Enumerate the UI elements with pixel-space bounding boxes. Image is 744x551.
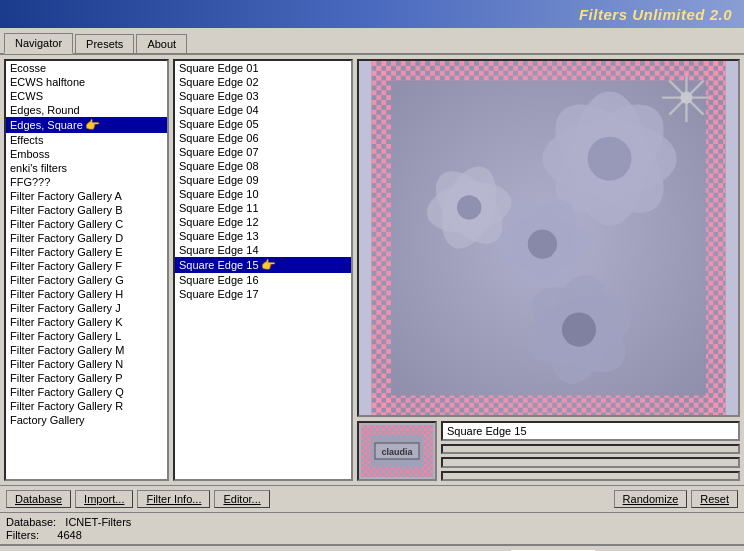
filter-item[interactable]: Square Edge 04	[175, 103, 351, 117]
status-bar: Database: ICNET-Filters Filters: 4648	[0, 512, 744, 544]
filters-status: Filters: 4648	[6, 529, 131, 541]
filter-item[interactable]: Square Edge 14	[175, 243, 351, 257]
tab-about[interactable]: About	[136, 34, 187, 53]
category-item[interactable]: enki's filters	[6, 161, 167, 175]
bottom-info-panel: claudia Square Edge 15	[357, 421, 740, 481]
category-item[interactable]: Edges, Round	[6, 103, 167, 117]
title-bar: Filters Unlimited 2.0	[0, 0, 744, 28]
category-item[interactable]: Filter Factory Gallery M	[6, 343, 167, 357]
svg-rect-26	[372, 61, 726, 81]
category-item[interactable]: Emboss	[6, 147, 167, 161]
category-item[interactable]: Filter Factory Gallery L	[6, 329, 167, 343]
svg-point-10	[528, 229, 557, 258]
database-status: Database: ICNET-Filters	[6, 516, 131, 528]
svg-rect-33	[361, 425, 433, 435]
category-item[interactable]: Filter Factory Gallery P	[6, 371, 167, 385]
tabs-bar: Navigator Presets About	[0, 28, 744, 55]
filter-item[interactable]: Square Edge 03	[175, 89, 351, 103]
status-left: Database: ICNET-Filters Filters: 4648	[6, 516, 131, 541]
filter-item[interactable]: Square Edge 07	[175, 145, 351, 159]
category-item[interactable]: Filter Factory Gallery H	[6, 287, 167, 301]
filter-item[interactable]: Square Edge 05	[175, 117, 351, 131]
category-item[interactable]: Filter Factory Gallery Q	[6, 385, 167, 399]
filter-item[interactable]: Square Edge 01	[175, 61, 351, 75]
filter-item[interactable]: Square Edge 17	[175, 287, 351, 301]
category-item[interactable]: Filter Factory Gallery R	[6, 399, 167, 413]
preview-image	[359, 61, 738, 415]
editor-button[interactable]: Editor...	[214, 490, 269, 508]
svg-point-14	[457, 195, 481, 219]
category-item[interactable]: Filter Factory Gallery N	[6, 357, 167, 371]
svg-rect-27	[372, 395, 726, 415]
category-item[interactable]: Filter Factory Gallery F	[6, 259, 167, 273]
empty-field-3	[441, 471, 740, 481]
category-item[interactable]: Filter Factory Gallery G	[6, 273, 167, 287]
pointer-icon: 👉	[85, 118, 100, 132]
category-item[interactable]: Filter Factory Gallery A	[6, 189, 167, 203]
database-button[interactable]: Database	[6, 490, 71, 508]
category-item[interactable]: Filter Factory Gallery B	[6, 203, 167, 217]
filter-item[interactable]: Square Edge 16	[175, 273, 351, 287]
pointer-icon: 👉	[261, 258, 276, 272]
filter-item[interactable]: Square Edge 02	[175, 75, 351, 89]
filter-name-display: Square Edge 15	[441, 421, 740, 441]
tab-presets[interactable]: Presets	[75, 34, 134, 53]
reset-button[interactable]: Reset	[691, 490, 738, 508]
category-item[interactable]: Filter Factory Gallery E	[6, 245, 167, 259]
filter-name-area: Square Edge 15	[441, 421, 740, 481]
main-content: Ecosse ECWS halftone ECWS Edges, Round E…	[0, 55, 744, 485]
category-item[interactable]: FFG???	[6, 175, 167, 189]
svg-rect-35	[361, 425, 371, 477]
svg-rect-36	[423, 425, 433, 477]
svg-rect-28	[372, 61, 392, 415]
randomize-button[interactable]: Randomize	[614, 490, 688, 508]
action-bar: 👉 Apply Cancel Help	[0, 544, 744, 551]
category-item[interactable]: Factory Gallery	[6, 413, 167, 427]
category-item[interactable]: Filter Factory Gallery D	[6, 231, 167, 245]
thumbnail-box: claudia	[357, 421, 437, 481]
category-item[interactable]: Effects	[6, 133, 167, 147]
category-item[interactable]: ECWS halftone	[6, 75, 167, 89]
filter-list[interactable]: Square Edge 01 Square Edge 02 Square Edg…	[173, 59, 353, 481]
filter-item[interactable]: Square Edge 09	[175, 173, 351, 187]
preview-area	[357, 59, 740, 417]
import-button[interactable]: Import...	[75, 490, 133, 508]
filter-item[interactable]: Square Edge 06	[175, 131, 351, 145]
filter-info-button[interactable]: Filter Info...	[137, 490, 210, 508]
empty-field-1	[441, 444, 740, 454]
filter-item-selected[interactable]: Square Edge 15 👉	[175, 257, 351, 273]
toolbar: Database Import... Filter Info... Editor…	[0, 485, 744, 512]
svg-rect-34	[361, 467, 433, 477]
filter-item[interactable]: Square Edge 08	[175, 159, 351, 173]
filter-item[interactable]: Square Edge 11	[175, 201, 351, 215]
svg-point-18	[562, 312, 596, 346]
category-item-selected[interactable]: Edges, Square 👉	[6, 117, 167, 133]
category-item[interactable]: Filter Factory Gallery J	[6, 301, 167, 315]
thumbnail-image: claudia	[361, 425, 433, 477]
category-list[interactable]: Ecosse ECWS halftone ECWS Edges, Round E…	[4, 59, 169, 481]
app-title: Filters Unlimited 2.0	[579, 6, 732, 23]
filter-item[interactable]: Square Edge 10	[175, 187, 351, 201]
svg-point-6	[588, 137, 632, 181]
svg-text:claudia: claudia	[381, 447, 413, 457]
tab-navigator[interactable]: Navigator	[4, 33, 73, 54]
empty-field-2	[441, 457, 740, 467]
category-item[interactable]: Filter Factory Gallery C	[6, 217, 167, 231]
svg-point-23	[680, 92, 692, 104]
right-panel: claudia Square Edge 15	[357, 59, 740, 481]
category-item[interactable]: ECWS	[6, 89, 167, 103]
svg-rect-29	[706, 61, 726, 415]
filter-item[interactable]: Square Edge 13	[175, 229, 351, 243]
category-item[interactable]: Ecosse	[6, 61, 167, 75]
filter-item[interactable]: Square Edge 12	[175, 215, 351, 229]
category-item[interactable]: Filter Factory Gallery K	[6, 315, 167, 329]
